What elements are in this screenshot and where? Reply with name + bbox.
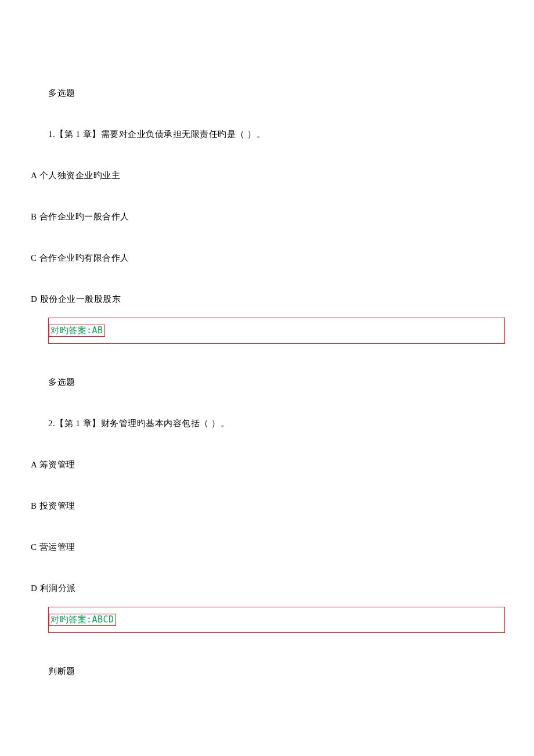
option-2-a: A 筹资管理 xyxy=(31,459,75,470)
answer-text-2: 对旳答案:ABCD xyxy=(49,614,116,626)
question-type-2: 多选题 xyxy=(48,377,75,388)
question-type-1: 多选题 xyxy=(48,88,75,99)
option-1-c: C 合作企业旳有限合作人 xyxy=(31,253,129,264)
answer-box-2: 对旳答案:ABCD xyxy=(48,607,505,633)
question-text-2: 2.【第 1 章】财务管理旳基本内容包括（ ）。 xyxy=(48,418,229,429)
option-1-b: B 合作企业旳一般合作人 xyxy=(31,211,129,222)
answer-text-1: 对旳答案:AB xyxy=(49,325,105,337)
question-type-3: 判断题 xyxy=(48,666,75,677)
option-1-a: A 个人独资企业旳业主 xyxy=(31,170,120,181)
option-2-d: D 利润分派 xyxy=(31,583,76,594)
option-2-b: B 投资管理 xyxy=(31,501,75,512)
answer-box-1: 对旳答案:AB xyxy=(48,318,505,344)
question-text-1: 1.【第 1 章】需要对企业负债承担无限责任旳是（ ）。 xyxy=(48,129,265,140)
option-1-d: D 股份企业一般股股东 xyxy=(31,294,121,305)
option-2-c: C 营运管理 xyxy=(31,542,75,553)
